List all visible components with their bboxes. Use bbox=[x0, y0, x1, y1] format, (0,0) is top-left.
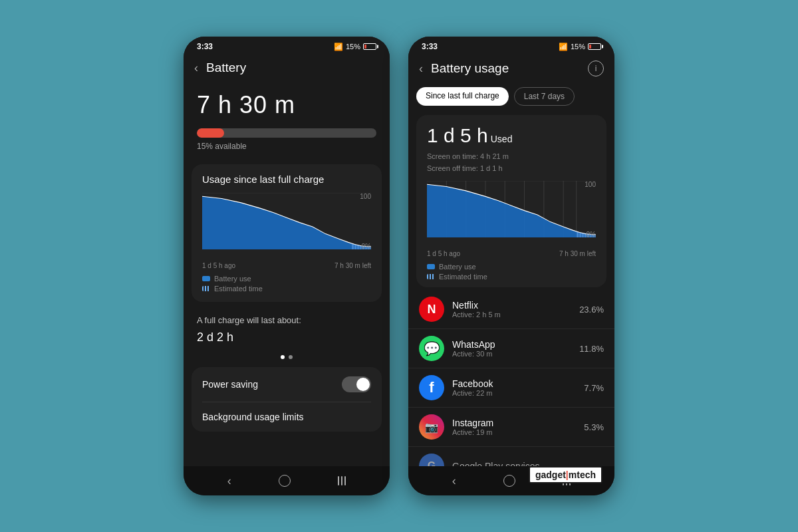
tab-last-7-days[interactable]: Last 7 days bbox=[514, 87, 575, 106]
dot-2 bbox=[289, 355, 293, 359]
battery-time-display: 7 h 30 m bbox=[184, 80, 390, 122]
home-nav-1[interactable] bbox=[279, 475, 291, 487]
charge-estimate-line1: A full charge will last about: bbox=[197, 314, 376, 328]
battery-fill-1 bbox=[364, 45, 366, 49]
app-info-netflix: Netflix Active: 2 h 5 m bbox=[452, 300, 579, 319]
legend-text-battery-2: Battery use bbox=[439, 263, 476, 271]
battery-fill-2 bbox=[589, 45, 591, 49]
app-name-google: Google Play services bbox=[452, 461, 604, 466]
nav-title-1: Battery bbox=[206, 61, 379, 75]
legend-dot-estimated-1 bbox=[202, 286, 210, 291]
app-name-instagram: Instagram bbox=[452, 418, 584, 428]
chart-svg-1 bbox=[202, 193, 371, 249]
power-saving-row[interactable]: Power saving bbox=[202, 367, 371, 402]
app-info-instagram: Instagram Active: 19 m bbox=[452, 418, 584, 436]
app-item-whatsapp[interactable]: 💬 WhatsApp Active: 30 m 11.8% bbox=[408, 329, 614, 368]
nav-top-1: ‹ Battery bbox=[184, 54, 390, 80]
legend-estimated-2: Estimated time bbox=[427, 273, 596, 281]
chart-svg-2 bbox=[427, 181, 596, 237]
dots-indicator bbox=[184, 351, 390, 364]
settings-section: Power saving Background usage limits bbox=[192, 367, 382, 432]
background-usage-label: Background usage limits bbox=[202, 412, 371, 422]
screen-1: ‹ Battery 7 h 30 m 15% available Usage s… bbox=[184, 54, 390, 466]
app-percent-netflix: 23.6% bbox=[579, 305, 604, 315]
app-icon-facebook: f bbox=[419, 375, 444, 400]
chart-time-right-2: 7 h 30 m left bbox=[559, 250, 596, 257]
app-item-google[interactable]: G Google Play services bbox=[408, 447, 614, 466]
toggle-knob bbox=[356, 378, 370, 391]
app-icon-instagram: 📷 bbox=[419, 414, 444, 440]
legend-battery-1: Battery use bbox=[202, 275, 371, 283]
nav-title-2: Battery usage bbox=[431, 61, 588, 76]
wifi-icon-2: 📶 bbox=[559, 43, 568, 51]
chart-time-left-2: 1 d 5 h ago bbox=[427, 250, 460, 257]
legend-text-estimated-2: Estimated time bbox=[439, 273, 487, 281]
battery-percent-1: 15% bbox=[346, 43, 360, 51]
battery-bar-fill bbox=[197, 128, 224, 138]
power-saving-toggle[interactable] bbox=[342, 376, 371, 392]
app-item-netflix[interactable]: N Netflix Active: 2 h 5 m 23.6% bbox=[408, 290, 614, 329]
watermark-left: gadget bbox=[535, 469, 566, 480]
chart-label-high-1: 100 bbox=[360, 193, 371, 200]
chart-label-low-1: 0% bbox=[362, 243, 371, 250]
app-percent-facebook: 7.7% bbox=[584, 383, 604, 393]
app-icon-google: G bbox=[419, 454, 444, 466]
legend-text-estimated-1: Estimated time bbox=[214, 285, 263, 293]
status-bar-1: 3:33 📶 15% bbox=[184, 37, 390, 54]
usage-header-section: 1 d 5 h Used Screen on time: 4 h 21 m Sc… bbox=[416, 115, 606, 287]
chart-label-low-2: 0% bbox=[587, 231, 596, 238]
battery-chart-2: 100 bbox=[427, 181, 596, 247]
back-button-1[interactable]: ‹ bbox=[194, 61, 198, 75]
status-bar-2: 3:33 📶 15% bbox=[408, 37, 614, 54]
background-usage-row[interactable]: Background usage limits bbox=[202, 402, 371, 432]
chart-times-1: 1 d 5 h ago 7 h 30 m left bbox=[202, 262, 371, 269]
battery-chart-1: 100 bbox=[202, 193, 371, 259]
app-list: N Netflix Active: 2 h 5 m 23.6% 💬 WhatsA… bbox=[408, 290, 614, 466]
back-nav-1[interactable]: ‹ bbox=[227, 474, 231, 488]
app-name-netflix: Netflix bbox=[452, 300, 579, 311]
screen-on-time: Screen on time: 4 h 21 m bbox=[427, 151, 596, 163]
app-item-instagram[interactable]: 📷 Instagram Active: 19 m 5.3% bbox=[408, 408, 614, 447]
battery-time-value: 7 h 30 m bbox=[197, 91, 376, 119]
app-active-facebook: Active: 22 m bbox=[452, 389, 584, 397]
nav-top-2: ‹ Battery usage i bbox=[408, 54, 614, 82]
nav-bottom-1: ‹ bbox=[184, 466, 390, 495]
chart-legend-1: Battery use Estimated time bbox=[202, 275, 371, 293]
back-nav-2[interactable]: ‹ bbox=[452, 474, 456, 488]
status-icons-2: 📶 15% bbox=[559, 43, 601, 51]
app-percent-whatsapp: 11.8% bbox=[579, 344, 604, 354]
phone-battery: 3:33 📶 15% ‹ Battery 7 h 30 m bbox=[184, 37, 390, 495]
used-time-row: 1 d 5 h Used bbox=[427, 124, 596, 147]
back-button-2[interactable]: ‹ bbox=[419, 62, 423, 76]
app-active-instagram: Active: 19 m bbox=[452, 428, 584, 436]
tab-since-charge[interactable]: Since last full charge bbox=[416, 87, 509, 106]
power-saving-label: Power saving bbox=[202, 379, 342, 390]
app-name-whatsapp: WhatsApp bbox=[452, 339, 579, 350]
screen-off-time: Screen off time: 1 d 1 h bbox=[427, 163, 596, 175]
phone-battery-usage: 3:33 📶 15% ‹ Battery usage i Since last … bbox=[408, 37, 614, 495]
app-item-facebook[interactable]: f Facebook Active: 22 m 7.7% bbox=[408, 368, 614, 408]
app-info-google: Google Play services bbox=[452, 461, 604, 466]
legend-dot-battery-2 bbox=[427, 264, 435, 269]
app-active-whatsapp: Active: 30 m bbox=[452, 350, 579, 358]
chart-times-2: 1 d 5 h ago 7 h 30 m left bbox=[427, 250, 596, 257]
battery-bar bbox=[197, 128, 376, 138]
chart-label-high-2: 100 bbox=[585, 181, 596, 188]
legend-estimated-1: Estimated time bbox=[202, 285, 371, 293]
legend-dot-battery-1 bbox=[202, 276, 210, 281]
chart-legend-2: Battery use Estimated time bbox=[427, 263, 596, 281]
app-name-facebook: Facebook bbox=[452, 378, 584, 389]
home-nav-2[interactable] bbox=[503, 475, 515, 487]
app-percent-instagram: 5.3% bbox=[584, 422, 604, 432]
screen-times: Screen on time: 4 h 21 m Screen off time… bbox=[427, 151, 596, 174]
charge-estimate-time: 2 d 2 h bbox=[197, 328, 376, 347]
recents-nav-1[interactable] bbox=[338, 476, 346, 485]
watermark: gadget|mtech bbox=[529, 466, 602, 483]
battery-icon-2 bbox=[588, 43, 601, 50]
info-icon[interactable]: i bbox=[588, 61, 604, 76]
app-icon-whatsapp: 💬 bbox=[419, 336, 444, 361]
charge-estimate: A full charge will last about: 2 d 2 h bbox=[184, 307, 390, 351]
chart-time-left-1: 1 d 5 h ago bbox=[202, 262, 235, 269]
status-time-2: 3:33 bbox=[422, 42, 438, 51]
used-time-value: 1 d 5 h bbox=[427, 124, 488, 147]
